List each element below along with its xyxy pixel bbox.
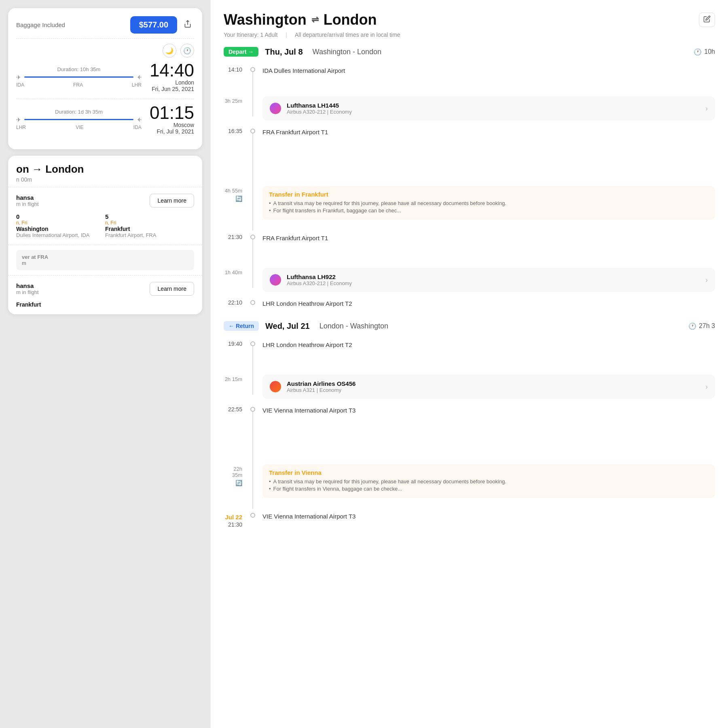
clock-icon: 🕐 [180,44,194,57]
stop-airport-name-1: Washington [16,226,105,232]
share-button[interactable] [181,17,194,32]
bottom-left-card: on → London n 00m hansa m in flight Lear… [8,156,202,314]
transfer-bullet-3: • A transit visa may be required for thi… [269,478,709,485]
flight-sub-lh922: Airbus A320-212 | Economy [287,280,352,286]
depart-timeline: 14:10 IDA Dulles International Airport 3… [224,63,715,311]
dot-col-1 [248,92,258,116]
card2-divider-2 [8,245,202,245]
segment-airline-row-1: hansa m in flight Learn more [16,194,194,207]
return-dot-col-4 [248,509,258,518]
airport-fra-2: FRA Frankfurt Airport T1 [262,233,715,241]
dot-col-2 [248,125,258,182]
content-2: FRA Frankfurt Airport T1 [258,125,715,138]
route-title: on → London [16,163,194,176]
flight-name-lh922: Lufthansa LH922 [287,273,352,280]
flight-card-os456[interactable]: Austrian Airlines OS456 Airbus A321 | Ec… [262,375,715,399]
right-panel: Washington ⇌ London Your Itinerary: 1 Ad… [210,0,728,728]
plane-arrive-icon-1: ✈ [137,74,142,80]
learn-more-button-1[interactable]: Learn more [150,194,194,207]
transfer-bullet-4: • For flight transfers in Vienna, baggag… [269,486,709,492]
return-row-4: Jul 22 21:30 VIE Vienna International Ai… [224,509,715,528]
arrival-time-2: 01:15 [150,104,194,122]
timeline-row-6: 22:10 LHR London Heathrow Airport T2 [224,296,715,311]
timeline-row-3: 4h 55m 🔄 Transfer in Frankfurt • A trans… [224,182,715,231]
stop-time-2: 5 [105,213,194,220]
return-line-3 [252,460,253,509]
duration-sub: n 00m [16,176,194,183]
time-icons: 🌙 🕐 [16,44,194,57]
content-5: Lufthansa LH922 Airbus A320-212 | Econom… [258,264,715,296]
flight-card-lh1445[interactable]: Lufthansa LH1445 Airbus A320-212 | Econo… [262,96,715,121]
route-swap-icon: ⇌ [311,15,319,25]
return-content-1: Austrian Airlines OS456 Airbus A321 | Ec… [258,370,715,403]
duration-4h55m: 4h 55m 🔄 [224,182,248,202]
stop-airport-name-2: Frankfurt [105,226,194,232]
depart-duration: 🕐 10h [694,48,715,56]
bottom-card-header: on → London n 00m [8,156,202,187]
transfer-title-1: Transfer in Frankfurt [269,191,709,198]
price-button[interactable]: $577.00 [130,16,177,34]
flight-bar-1 [24,76,133,78]
flight-info-2: Duration: 1d 3h 35m ✈ ✈ LHR VIE IDA [16,109,142,130]
timeline-dot-2 [250,129,255,133]
duration-1h40m: 1h 40m [224,264,248,275]
stop-item-frankfurt: 5 n, Fri Frankfurt Frankfurt Airport, FR… [105,213,194,238]
return-content-2: VIE Vienna International Airport T3 [258,403,715,416]
return-route: London - Washington [320,322,388,330]
dot-col-0 [248,63,258,92]
flight-duration-2: Duration: 1d 3h 35m [16,109,142,115]
segment-block-1: hansa m in flight Learn more 0 n, Fri Wa… [8,187,202,245]
route-origin: Washington [224,11,307,28]
airport-fra-1: FRA Frankfurt Airport T1 [262,127,715,135]
card-header: Baggage Included $577.00 [16,16,194,34]
layover-duration: m [22,260,188,266]
airport-lhr-return: LHR London Heathrow Airport T2 [262,340,715,348]
transfer-title-2: Transfer in Vienna [269,469,709,476]
airport-lhr: LHR London Heathrow Airport T2 [262,298,715,307]
flight-card-arrow-3: › [705,383,708,391]
time-19-40: 19:40 [224,337,248,347]
duration-22h35m: 22h 35m 🔄 [224,460,248,486]
transfer-block-vienna: Transfer in Vienna • A transit visa may … [262,464,715,498]
time-22-10: 22:10 [224,296,248,306]
duration-2h15m: 2h 15m [224,370,248,382]
itinerary-meta: Your Itinerary: 1 Adult | All departure/… [224,32,715,38]
airport-vie: VIE Vienna International Airport T3 [262,405,715,414]
airport-codes-1: IDA FRA LHR [16,82,142,88]
flight-bar-row-2: ✈ ✈ [16,116,142,123]
stop-day-2: n, Fri [105,220,194,226]
right-header: Washington ⇌ London [224,11,715,28]
flight-card-left-2: Lufthansa LH922 Airbus A320-212 | Econom… [270,273,352,286]
depart-badge: Depart → [224,47,258,57]
flight-card-lh922[interactable]: Lufthansa LH922 Airbus A320-212 | Econom… [262,268,715,292]
meta-times: All departure/arrival times are in local… [295,32,400,38]
moon-icon: 🌙 [163,44,176,57]
flight-bar-row-1: ✈ ✈ [16,74,142,80]
content-6: LHR London Heathrow Airport T2 [258,296,715,309]
timeline-row-5: 1h 40m Lufthansa LH922 Airbus A320-212 | [224,264,715,296]
stop-day-1: n, Fri [16,220,105,226]
arrival-date-1: Fri, Jun 25, 2021 [150,86,194,92]
clock-icon-return: 🕐 [688,322,696,330]
dot-col-4 [248,231,258,264]
edit-button[interactable] [699,13,715,27]
time-21-30: 21:30 [224,231,248,240]
depart-date: Thu, Jul 8 [265,47,303,57]
learn-more-button-2[interactable]: Learn more [150,282,194,296]
stop-time-1: 0 [16,213,105,220]
arrival-dest-2: Moscow [150,122,194,128]
return-dot-col-1 [248,370,258,395]
airline-name-2: hansa [16,282,39,289]
return-row-3: 22h 35m 🔄 Transfer in Vienna • A transit… [224,460,715,509]
segment-stop-row-2: Frankfurt [16,301,194,308]
baggage-label: Baggage Included [16,21,65,28]
arrival-time-1: 14:40 [150,61,194,79]
arrival-date-2: Fri, Jul 9, 2021 [150,128,194,135]
flight-name-lh1445: Lufthansa LH1445 [287,102,352,109]
flight-card-arrow-2: › [705,276,708,284]
content-3: Transfer in Frankfurt • A transit visa m… [258,182,715,224]
airline-sub-2: m in flight [16,289,39,295]
airline-sub-1: m in flight [16,201,39,207]
return-content-3: Transfer in Vienna • A transit visa may … [258,460,715,502]
time-16-35: 16:35 [224,125,248,134]
